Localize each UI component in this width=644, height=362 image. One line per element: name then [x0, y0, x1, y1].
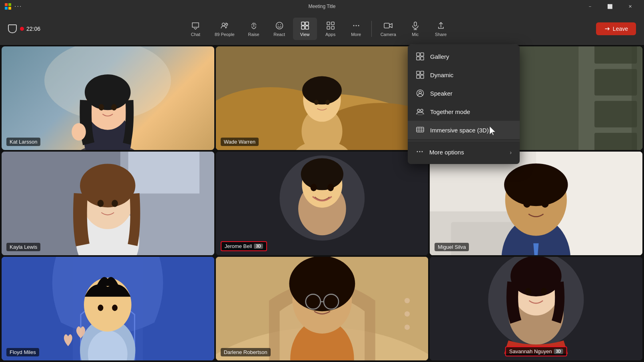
name-tag-floyd: Floyd Miles [6, 348, 39, 356]
participant-cell-darlene: Darlene Robertson [216, 257, 429, 360]
raise-button[interactable]: Raise [242, 18, 266, 40]
name-tag-kayla: Kayla Lewis [6, 243, 40, 251]
more-icon [351, 21, 361, 30]
view-dropdown-menu: Gallery Dynamic Speaker [408, 45, 520, 164]
timer-display: 22:06 [26, 26, 40, 32]
savannah-3d-badge: 3D [554, 349, 563, 354]
chat-icon [191, 21, 200, 30]
svg-point-100 [525, 288, 531, 296]
leave-button[interactable]: Leave [596, 22, 636, 35]
svg-rect-103 [421, 53, 424, 56]
gallery-label: Gallery [430, 53, 449, 60]
menu-item-together[interactable]: Together mode [408, 102, 520, 121]
leave-label: Leave [613, 26, 628, 32]
name-tag-miguel: Miguel Silva [435, 243, 469, 251]
react-label: React [273, 32, 285, 37]
more-button[interactable]: More [344, 18, 368, 40]
svg-point-112 [417, 109, 420, 112]
more-options-left: More options [416, 148, 464, 157]
svg-point-54 [112, 200, 118, 207]
mic-button[interactable]: Mic [403, 18, 427, 40]
svg-point-3 [276, 22, 283, 29]
view-button[interactable]: View [293, 18, 317, 40]
dynamic-icon [416, 70, 425, 79]
participant-name-miguel: Miguel Silva [438, 244, 466, 250]
participant-name-floyd: Floyd Miles [10, 349, 36, 355]
apps-button[interactable]: Apps [319, 18, 343, 40]
more-label: More [351, 32, 361, 37]
svg-point-37 [302, 76, 342, 105]
svg-point-61 [327, 184, 334, 191]
svg-point-39 [325, 100, 330, 105]
together-label: Together mode [430, 108, 470, 115]
participant-name-kayla: Kayla Lewis [10, 244, 37, 250]
svg-rect-109 [421, 75, 424, 78]
title-bar-title: Meeting Title [308, 4, 335, 9]
svg-point-94 [405, 324, 410, 330]
chat-label: Chat [191, 32, 200, 37]
svg-rect-7 [305, 22, 309, 25]
svg-rect-13 [331, 26, 334, 29]
close-button[interactable]: ✕ [621, 0, 639, 13]
video-grid: Kat Larsson Wade Warren [0, 45, 644, 362]
mic-label: Mic [412, 32, 419, 37]
mic-icon [411, 21, 420, 30]
svg-rect-17 [384, 23, 389, 28]
maximize-button[interactable]: ⬜ [601, 0, 619, 13]
raise-label: Raise [248, 32, 259, 37]
svg-point-15 [355, 25, 357, 26]
title-bar-controls: − ⬜ ✕ [581, 0, 639, 13]
jerome-3d-badge: 3D [254, 244, 263, 249]
svg-point-78 [98, 305, 104, 311]
camera-button[interactable]: Camera [375, 18, 402, 40]
participant-cell-wade-bg: Wade Warren [216, 46, 429, 150]
menu-item-dynamic[interactable]: Dynamic [408, 66, 520, 84]
svg-rect-12 [327, 26, 330, 29]
svg-point-101 [541, 288, 547, 296]
immersive-icon [416, 126, 425, 134]
participant-cell-miguel: Miguel Silva [430, 152, 642, 255]
svg-point-117 [419, 151, 421, 152]
name-tag-savannah: Savannah Nguyen 3D [505, 346, 567, 356]
camera-icon [383, 21, 393, 30]
svg-point-27 [99, 104, 104, 110]
menu-item-gallery[interactable]: Gallery [408, 47, 520, 66]
speaker-label: Speaker [430, 90, 453, 97]
svg-rect-107 [421, 71, 424, 74]
svg-rect-48 [128, 152, 199, 194]
svg-rect-8 [301, 26, 305, 29]
participant-name-savannah: Savannah Nguyen [509, 348, 552, 354]
minimize-button[interactable]: − [581, 0, 599, 13]
toolbar: 22:06 Chat 9 [0, 13, 644, 45]
svg-rect-42 [594, 46, 637, 64]
menu-item-speaker[interactable]: Speaker [408, 84, 520, 102]
toolbar-center: Chat 9 89 People [183, 18, 453, 40]
svg-point-71 [541, 199, 549, 208]
title-bar-menu-icon[interactable]: ··· [14, 3, 22, 10]
record-dot [20, 27, 24, 31]
svg-point-111 [419, 91, 421, 94]
together-icon [416, 107, 425, 116]
participant-cell-savannah: Savannah Nguyen 3D [430, 257, 642, 360]
chat-button[interactable]: Chat [183, 18, 207, 40]
svg-point-70 [523, 199, 531, 208]
svg-point-90 [310, 298, 315, 305]
svg-rect-45 [594, 133, 637, 150]
svg-point-0 [222, 23, 225, 26]
svg-rect-115 [417, 127, 424, 132]
svg-rect-9 [305, 26, 309, 29]
svg-rect-102 [417, 53, 420, 56]
more-options-icon [416, 148, 424, 157]
people-button[interactable]: 9 89 People [209, 18, 240, 40]
svg-point-79 [112, 305, 118, 311]
menu-item-more-options[interactable]: More options › [408, 143, 520, 162]
svg-rect-10 [327, 22, 330, 25]
share-button[interactable]: Share [429, 18, 453, 40]
menu-item-immersive[interactable]: Immersive space (3D) [408, 121, 520, 139]
participant-cell-jerome: Jerome Bell 3D [216, 152, 429, 255]
shield-icon [8, 24, 17, 33]
participant-name-darlene: Darlene Robertson [224, 349, 267, 355]
svg-point-29 [72, 123, 86, 141]
react-button[interactable]: React [267, 18, 291, 40]
svg-point-53 [98, 200, 104, 207]
